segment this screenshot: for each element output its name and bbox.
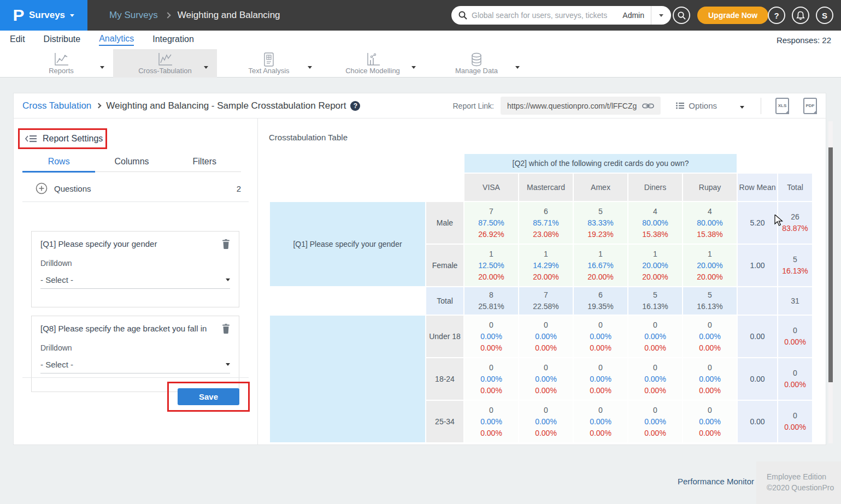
- row-mean-cell: 0.00: [738, 316, 777, 357]
- menu-item-edit[interactable]: Edit: [10, 34, 25, 45]
- cell-line: 19.23%: [574, 229, 627, 240]
- surveys-product-menu[interactable]: P Surveys: [0, 0, 87, 31]
- notifications-button[interactable]: [792, 7, 809, 24]
- app-screen: P Surveys My Surveys Weighting and Balan…: [0, 0, 841, 504]
- help-button[interactable]: ?: [768, 7, 785, 24]
- delete-question-icon[interactable]: [222, 239, 230, 249]
- cell-line: 1: [464, 248, 518, 260]
- crosstab-cell: 00.00%0.00%: [683, 358, 737, 400]
- tab-columns[interactable]: Columns: [95, 153, 168, 171]
- crosstab-cell: 120.00%20.00%: [628, 245, 682, 286]
- row-total-cell: 00.00%: [778, 401, 812, 442]
- help-icon[interactable]: ?: [350, 101, 360, 111]
- report-url[interactable]: https://www.questionpro.com/t/lFFCZg: [507, 102, 637, 110]
- tool-cross-tabulation[interactable]: Cross-Tabulation: [113, 49, 217, 78]
- cell-line: 0.00%: [574, 428, 627, 439]
- pdf-icon-label: PDF: [804, 103, 816, 108]
- search-scope-selector[interactable]: Admin: [620, 11, 651, 20]
- cell-line: 0.00%: [628, 416, 682, 428]
- tool-manage-data[interactable]: Manage Data: [425, 49, 528, 78]
- spacer-cell: [778, 154, 812, 173]
- list-options-icon: [676, 102, 684, 109]
- cell-line: 20.00%: [464, 271, 518, 283]
- cell-line: 5: [628, 289, 682, 301]
- breadcrumb-current-survey: Weighting and Balancing: [178, 10, 280, 21]
- cell-line: 0.00%: [519, 331, 573, 342]
- drilldown-select-q1[interactable]: - Select -: [40, 275, 230, 289]
- cell-line: 0: [519, 405, 573, 416]
- crosstab-cell: 112.50%20.00%: [464, 245, 518, 286]
- cell-line: 16.13%: [628, 301, 682, 312]
- row-total-cell: 2683.87%: [778, 202, 812, 244]
- crosstab-cell: 120.00%20.00%: [683, 245, 737, 286]
- row-mean-cell: 5.20: [738, 202, 777, 244]
- line-chart-icon: [53, 52, 69, 67]
- menu-item-integration[interactable]: Integration: [152, 34, 194, 45]
- search-submit-button[interactable]: [673, 7, 690, 24]
- cell-line: 87.50%: [464, 217, 518, 229]
- options-menu[interactable]: Options: [676, 101, 717, 110]
- breadcrumb-my-surveys[interactable]: My Surveys: [109, 10, 158, 21]
- cell-line: 0: [778, 325, 812, 336]
- drilldown-select-q8[interactable]: - Select -: [40, 360, 230, 373]
- edition-name: Employee Edition: [767, 471, 841, 482]
- cell-line: 80.00%: [683, 217, 737, 229]
- cell-line: 7: [464, 206, 518, 217]
- cell-line: 0: [628, 319, 682, 331]
- header-breadcrumb: My Surveys Weighting and Balancing: [109, 0, 280, 31]
- tab-rows[interactable]: Rows: [22, 153, 95, 173]
- global-search-bar[interactable]: Admin: [451, 6, 671, 25]
- scrollbar-thumb[interactable]: [828, 147, 833, 382]
- cell-line: 0.00%: [628, 331, 682, 342]
- crosstab-area: Crosstabulation Table [Q2] which of the …: [258, 118, 826, 444]
- tool-text-analysis[interactable]: Text Analysis: [217, 49, 321, 78]
- report-link-pill[interactable]: https://www.questionpro.com/t/lFFCZg: [501, 97, 661, 115]
- row-question-cell: [Q1] Please specify your gender: [270, 202, 425, 286]
- cell-line: 0.00%: [519, 342, 573, 354]
- row-label: 25-34: [426, 401, 463, 442]
- cell-line: 0: [464, 405, 518, 416]
- search-icon: [458, 11, 467, 20]
- export-pdf-button[interactable]: PDF: [803, 98, 817, 114]
- divider: [22, 201, 249, 202]
- options-dropdown-caret[interactable]: [740, 101, 744, 111]
- cell-line: 20.00%: [683, 271, 737, 283]
- search-input[interactable]: [467, 11, 620, 20]
- cell-line: 1: [628, 248, 682, 260]
- user-avatar[interactable]: S: [816, 7, 833, 24]
- cell-line: 83.33%: [574, 217, 627, 229]
- cell-line: 0.00%: [683, 385, 737, 396]
- tool-choice-modelling[interactable]: Choice Modelling: [321, 49, 425, 78]
- report-link-label: Report Link:: [453, 102, 494, 110]
- cell-line: 0: [574, 319, 627, 331]
- cell-line: 0: [519, 362, 573, 373]
- tab-filters[interactable]: Filters: [168, 153, 241, 171]
- save-button[interactable]: Save: [178, 388, 239, 405]
- crosstab-cell: 00.00%0.00%: [519, 316, 573, 357]
- vertical-scrollbar[interactable]: [828, 121, 833, 443]
- cell-line: 0.00%: [464, 385, 518, 396]
- questions-count: 2: [237, 184, 241, 193]
- cell-line: 5: [574, 206, 627, 217]
- upgrade-now-button[interactable]: Upgrade Now: [697, 7, 768, 24]
- drilldown-label: Drilldown: [40, 343, 230, 352]
- crosstab-cell: 00.00%0.00%: [574, 401, 627, 442]
- crosstab-header-row: [Q2] which of the following credit cards…: [270, 154, 812, 173]
- row-total-cell: 31: [778, 287, 812, 315]
- cell-line: 15.38%: [683, 229, 737, 240]
- performance-monitor-link[interactable]: Performance Monitor: [678, 477, 754, 486]
- add-question-icon[interactable]: [36, 182, 48, 194]
- cell-line: 0: [778, 367, 812, 379]
- crosstab-cell: 00.00%0.00%: [683, 401, 737, 442]
- crosstab-cell: 00.00%0.00%: [519, 358, 573, 400]
- tool-label: Text Analysis: [217, 67, 321, 75]
- tool-reports[interactable]: Reports: [9, 49, 113, 78]
- cross-tabulation-link[interactable]: Cross Tabulation: [22, 100, 91, 111]
- search-scope-dropdown[interactable]: [651, 6, 671, 25]
- menu-item-distribute[interactable]: Distribute: [44, 34, 81, 45]
- delete-question-icon[interactable]: [222, 324, 230, 334]
- export-xls-button[interactable]: XLS: [775, 98, 789, 114]
- menu-item-analytics[interactable]: Analytics: [99, 34, 134, 46]
- cell-line: 6: [519, 206, 573, 217]
- report-settings-toggle[interactable]: Report Settings: [18, 128, 107, 149]
